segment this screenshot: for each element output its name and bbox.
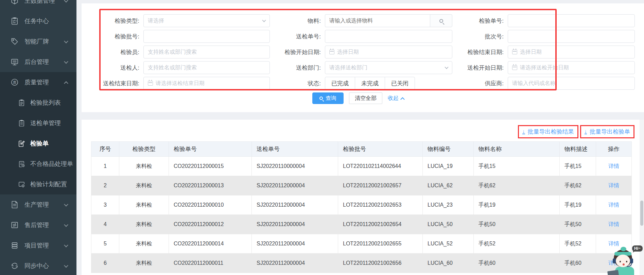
sidebar-subitem[interactable]: 检验单 [0,133,76,154]
sidebar-item[interactable]: 售后管理 [0,215,76,235]
submission-order-no-input[interactable] [325,30,452,43]
chevron-down-icon [64,0,68,2]
chevron-down-icon [64,39,68,43]
column-header: 物料编号 [423,142,474,157]
svg-text:质: 质 [13,80,17,84]
supplier-input[interactable] [508,77,635,90]
table-cell: LOT2201120021002655 [338,234,423,254]
material-input[interactable] [325,14,430,27]
export-inspection-orders-button[interactable]: ↓ 批量导出检验单 [585,128,630,136]
sidebar-item[interactable]: 后台管理 [0,52,76,72]
inspection-order-no-input[interactable] [508,14,635,27]
sidebar-item-label: 后台管理 [24,58,49,66]
submission-start-date-picker[interactable]: 请选择送检开始日期 [508,61,635,74]
calendar-icon [512,65,517,70]
table-cell: SJ20220112000004 [252,176,338,195]
sidebar-subitem[interactable]: 检验计划配置 [0,174,76,194]
chevron-down-icon [64,222,68,227]
sidebar-item[interactable]: 同步中心 [0,256,76,275]
calendar-icon [512,50,517,54]
sidebar-subitem[interactable]: 检验批列表 [0,92,76,113]
sidebar-item-label: 售后管理 [24,221,49,229]
detail-link[interactable]: 详情 [608,202,619,208]
status-radio-group: 已完成未完成已关闭 [325,77,452,90]
submission-end-date-picker[interactable]: 请选择送检结束日期 [143,77,270,90]
search-icon [439,19,443,23]
table-cell: 来料检 [119,176,169,195]
inspector-input[interactable] [143,46,270,58]
column-header: 检验类型 [119,142,169,157]
sidebar-subitem-label: 检验单 [30,139,49,148]
table-cell: 手机62 [474,176,560,195]
column-header: 送检单号 [252,142,338,157]
sidebar-item[interactable]: 生产管理 [0,194,76,215]
sidebar-item[interactable]: 主数据管理 [0,0,76,11]
sidebar-item[interactable]: 质质量管理 [0,72,76,92]
table-cell: CO20220112000012 [169,215,252,234]
chevron-down-icon [64,263,68,268]
sidebar-item-label: 质量管理 [24,78,49,86]
status-option[interactable]: 已完成 [325,77,355,90]
table-row: 6来料检CO20220112000011SJ20220112000004LOT2… [91,254,632,273]
chevron-down-icon [64,202,68,206]
table-cell: 3 [91,195,119,215]
sidebar-item[interactable]: 项目管理 [0,235,76,256]
collapse-link[interactable]: 收起 [388,95,404,102]
export-inspection-results-button[interactable]: ↓ 批量导出检验结果 [522,128,574,136]
filter-label: 检验单号: [452,17,504,25]
status-option[interactable]: 未完成 [355,77,385,90]
filter-label: 检验结束日期: [452,48,504,56]
filter-panel: 检验类型:请选择物料:检验单号:检验批号:送检单号:批次号:检验员:检验开始日期… [82,3,644,112]
table-cell: 手机60 [474,254,560,273]
assistant-widget[interactable]: Hi~ [608,245,643,275]
filter-label: 送检人: [82,64,139,72]
column-header: 检验批号 [338,142,423,157]
submission-dept-select[interactable]: 请选择送检部门 [325,61,452,74]
download-icon: ↓ [522,129,525,134]
assistant-greeting-bubble: Hi~ [632,245,643,252]
table-cell: 手机19 [560,195,596,215]
sidebar-subitem[interactable]: 不合格品处理单 [0,154,76,174]
detail-link[interactable]: 详情 [608,163,619,169]
annotation-export-orders-rect: ↓ 批量导出检验单 [580,125,635,138]
table-cell: 手机15 [560,157,596,176]
filter-label: 送检结束日期: [82,80,139,87]
table-cell: 手机19 [474,195,560,215]
material-search-button[interactable] [430,14,452,27]
clear-all-button[interactable]: 清空全部 [349,92,382,104]
table-cell: LOT2201120021002654 [338,215,423,234]
filter-label: 送检开始日期: [452,64,504,72]
inspection-batch-no-input[interactable] [143,30,270,43]
sidebar-item[interactable]: 任务中心 [0,11,76,31]
export-row: ↓ 批量导出检验结果 ↓ 批量导出检验单 [91,125,634,138]
inspection-start-date-picker[interactable]: 选择日期 [325,46,452,58]
query-button-label: 查询 [326,95,336,102]
query-button[interactable]: 查询 [312,92,344,104]
sidebar-item-label: 智能厂牌 [24,37,49,46]
cube-icon [10,0,19,5]
detail-link[interactable]: 详情 [608,183,619,188]
column-header: 检验单号 [169,142,252,157]
app-window: 主数据管理任务中心智能厂牌后台管理质质量管理检验批列表送检单管理检验单不合格品处… [0,0,644,275]
filter-actions-row: 查询 清空全部 收起 [82,92,635,104]
detail-link[interactable]: 详情 [608,221,619,227]
table-cell: 4 [91,215,119,234]
table-cell: 手机50 [560,215,596,234]
status-option[interactable]: 已关闭 [385,77,415,90]
sidebar-item[interactable]: 智能厂牌 [0,31,76,52]
column-header: 物料描述 [560,142,596,157]
chevron-down-icon [64,59,68,64]
filter-form: 检验类型:请选择物料:检验单号:检验批号:送检单号:批次号:检验员:检验开始日期… [82,14,635,90]
inspection-type-select[interactable]: 请选择 [143,14,270,27]
sidebar-item-label: 项目管理 [24,241,49,250]
lot-no-input[interactable] [508,30,635,43]
table-cell: SJ20220112000004 [252,195,338,215]
filter-label: 检验开始日期: [270,48,321,56]
submitter-input[interactable] [143,61,270,74]
sidebar-subitem[interactable]: 送检单管理 [0,113,76,133]
scrollbar-thumb[interactable] [640,201,643,226]
clipboard-list-icon [18,99,25,107]
chevron-up-icon [400,97,405,101]
tag-icon [10,37,19,46]
inspection-end-date-picker[interactable]: 选择日期 [508,46,635,58]
